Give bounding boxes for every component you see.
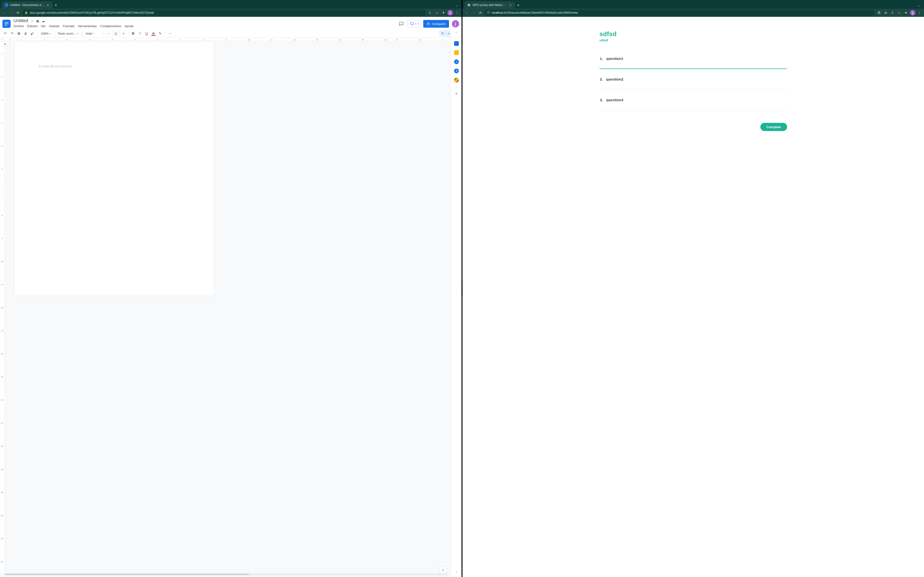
move-doc-icon[interactable]: ▣ bbox=[36, 19, 39, 23]
share-button[interactable]: Compartir bbox=[423, 20, 449, 27]
highlight-icon[interactable]: ✎ bbox=[157, 31, 163, 36]
comments-icon[interactable] bbox=[398, 21, 404, 27]
svg-point-2 bbox=[456, 70, 457, 71]
globe-favicon bbox=[467, 3, 471, 7]
add-addon-icon[interactable]: + bbox=[454, 91, 459, 96]
menu-edicion[interactable]: Edición bbox=[27, 24, 37, 28]
more-tools-icon[interactable]: ⋯ bbox=[167, 31, 173, 36]
reload-icon[interactable]: ⟳ bbox=[15, 10, 21, 15]
info-icon: ⓘ bbox=[487, 11, 490, 15]
horizontal-ruler[interactable]: 211234567891011121314151617181 bbox=[4, 38, 448, 41]
tabs-dropdown-icon[interactable]: ⌄ bbox=[916, 3, 922, 9]
translate-icon[interactable]: 🖹 bbox=[876, 10, 882, 15]
redo-icon[interactable]: ↷ bbox=[9, 31, 15, 36]
profile-avatar[interactable]: j bbox=[447, 10, 453, 15]
extensions-icon[interactable]: ✦ bbox=[441, 10, 446, 15]
survey-question[interactable]: 2.question2 bbox=[599, 69, 787, 90]
close-tab-icon[interactable]: × bbox=[46, 3, 50, 7]
chevron-down-icon: ▾ bbox=[446, 30, 451, 37]
tabs-dropdown-icon[interactable]: ⌄ bbox=[453, 3, 460, 9]
url-text: docs.google.com/document/d/1SWS2svHTOEq1… bbox=[30, 11, 423, 15]
pen-icon: ✎ bbox=[439, 30, 446, 37]
new-tab-button[interactable]: + bbox=[515, 2, 522, 9]
split-handle[interactable] bbox=[461, 280, 463, 297]
font-increase-icon[interactable]: + bbox=[121, 31, 126, 36]
doc-title-input[interactable]: Untitled bbox=[13, 18, 28, 23]
profile-avatar[interactable]: j bbox=[910, 10, 915, 15]
vertical-ruler[interactable]: 1234567891011121314151617181920212223 bbox=[0, 41, 4, 572]
forward-icon[interactable]: → bbox=[471, 10, 477, 15]
question-text: question2 bbox=[606, 77, 624, 81]
style-select[interactable]: Texto norm…▾ bbox=[56, 31, 80, 36]
horizontal-scrollbar[interactable] bbox=[4, 573, 448, 575]
present-plus-icon: + bbox=[415, 23, 416, 25]
maps-icon[interactable] bbox=[454, 77, 459, 82]
forward-icon[interactable]: → bbox=[9, 10, 14, 15]
address-bar[interactable]: ⓘ localhost:8229/assets/bb6bae15bbb9497c… bbox=[485, 10, 875, 16]
keep-icon[interactable] bbox=[454, 50, 459, 55]
font-size-input[interactable]: 11 bbox=[112, 31, 120, 36]
document-scroll[interactable]: Escribe @ para insertar bbox=[0, 38, 451, 577]
browser-toolbar: ← → ⟳ 🔒 docs.google.com/document/d/1SWS2… bbox=[0, 9, 462, 17]
spellcheck-icon[interactable]: A bbox=[23, 31, 28, 36]
document-page[interactable]: Escribe @ para insertar bbox=[15, 41, 214, 296]
chrome-menu-icon[interactable]: ⋮ bbox=[917, 10, 922, 15]
editing-mode-pill[interactable]: ✎ ▾ bbox=[439, 30, 451, 37]
tasks-icon[interactable] bbox=[454, 60, 459, 64]
docs-avatar[interactable]: j bbox=[452, 20, 459, 27]
zoom-icon[interactable]: ⊖ bbox=[883, 10, 888, 15]
bookmark-star-icon[interactable]: ☆ bbox=[897, 10, 902, 15]
send-icon[interactable]: ⇪ bbox=[427, 10, 433, 15]
menu-archivo[interactable]: Archivo bbox=[13, 24, 24, 28]
extensions-icon[interactable]: ✦ bbox=[903, 10, 909, 15]
back-icon[interactable]: ← bbox=[464, 10, 470, 15]
star-doc-icon[interactable]: ☆ bbox=[31, 19, 34, 23]
contacts-icon[interactable] bbox=[454, 69, 459, 73]
browser-tab[interactable]: Untitled - Documentos de Goo × bbox=[2, 2, 52, 9]
font-decrease-icon[interactable]: − bbox=[106, 31, 111, 36]
zoom-select[interactable]: 100%▾ bbox=[39, 31, 52, 36]
reload-icon[interactable]: ⟳ bbox=[478, 10, 483, 15]
browser-toolbar: ← → ⟳ ⓘ localhost:8229/assets/bb6bae15bb… bbox=[462, 9, 924, 17]
outline-toggle-icon[interactable]: ≣ bbox=[2, 41, 8, 47]
send-icon[interactable]: ⇪ bbox=[890, 10, 895, 15]
collapse-toolbar-icon[interactable]: ˄ bbox=[453, 31, 459, 36]
new-tab-button[interactable]: + bbox=[52, 2, 59, 9]
tab-title: Untitled - Documentos de Goo bbox=[10, 3, 44, 7]
close-tab-icon[interactable]: × bbox=[509, 3, 512, 7]
bookmark-star-icon[interactable]: ☆ bbox=[434, 10, 439, 15]
docs-header: Untitled ☆ ▣ ☁ Archivo Edición Ver Inser… bbox=[0, 17, 462, 29]
underline-icon[interactable]: U bbox=[144, 31, 150, 36]
back-icon[interactable]: ← bbox=[2, 10, 7, 15]
survey-question[interactable]: 1.question1 bbox=[599, 48, 787, 69]
menu-complementos[interactable]: Complementos bbox=[100, 24, 121, 28]
menu-insertar[interactable]: Insertar bbox=[49, 24, 60, 28]
browser-tab[interactable]: NPS survey with follow-up que × bbox=[464, 2, 515, 9]
chevron-down-icon: ▾ bbox=[78, 32, 79, 35]
docs-logo-icon[interactable] bbox=[2, 20, 11, 28]
menu-herramientas[interactable]: Herramientas bbox=[78, 24, 97, 28]
cloud-status-icon[interactable]: ☁ bbox=[42, 19, 45, 23]
menu-ayuda[interactable]: Ayuda bbox=[124, 24, 133, 28]
present-dropdown[interactable]: + ▾ bbox=[407, 20, 420, 27]
menu-formato[interactable]: Formato bbox=[63, 24, 74, 28]
docs-favicon bbox=[5, 3, 8, 7]
undo-icon[interactable]: ↶ bbox=[2, 31, 8, 36]
text-color-icon[interactable]: A bbox=[151, 31, 157, 36]
italic-icon[interactable]: I bbox=[137, 31, 143, 36]
explore-button-icon[interactable]: ✧ bbox=[439, 566, 447, 574]
right-pane: NPS survey with follow-up que × + ⌄ ← → … bbox=[462, 0, 924, 577]
font-select[interactable]: Arial▾ bbox=[84, 31, 102, 36]
survey-question[interactable]: 3.question3 bbox=[599, 90, 787, 110]
paint-format-icon[interactable]: 🖌 bbox=[29, 31, 35, 36]
print-icon[interactable]: 🖶 bbox=[16, 31, 22, 36]
address-bar[interactable]: 🔒 docs.google.com/document/d/1SWS2svHTOE… bbox=[22, 10, 426, 16]
calendar-icon[interactable] bbox=[454, 41, 459, 46]
menu-ver[interactable]: Ver bbox=[41, 24, 46, 28]
complete-button[interactable]: Complete bbox=[760, 123, 787, 131]
bold-icon[interactable]: B bbox=[131, 31, 136, 36]
docs-menubar: Archivo Edición Ver Insertar Formato Her… bbox=[13, 24, 395, 29]
lock-icon: 🔒 bbox=[24, 11, 28, 14]
collapse-side-panel-icon[interactable]: › bbox=[456, 570, 457, 574]
chrome-menu-icon[interactable]: ⋮ bbox=[454, 10, 460, 15]
